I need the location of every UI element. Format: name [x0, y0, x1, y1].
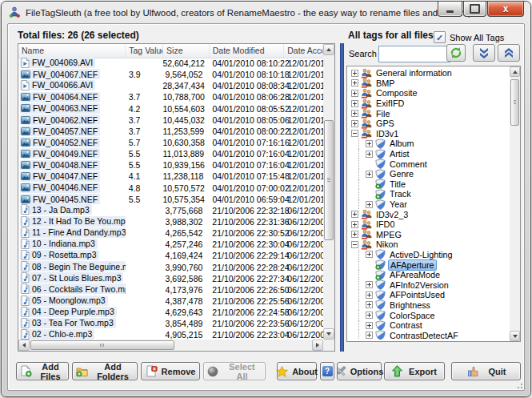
tree-item-genre[interactable]: Genre	[348, 169, 509, 179]
expander-plus-icon[interactable]	[366, 312, 373, 319]
table-row[interactable]: 11 - Fine And Dandy.mp34,265,54221/10/20…	[18, 227, 323, 239]
tree-item-exififd[interactable]: ExifIFD	[348, 98, 509, 109]
table-row[interactable]: FW_004047.NEF4.111,238,11804/01/2010 07:…	[18, 171, 323, 182]
tree-item-bmp[interactable]: BMP	[348, 78, 509, 89]
tree-scroll-down-button[interactable]	[510, 331, 520, 341]
tree-item-year[interactable]: Year	[348, 199, 509, 210]
expander-plus-icon[interactable]	[366, 281, 373, 288]
table-row[interactable]: FW_004066.AVI28,347,43404/01/2010 08:08:…	[18, 80, 323, 91]
table-row[interactable]: 08 - Begin The Beguine.mp33,990,76021/10…	[18, 262, 323, 273]
tree-item-contrast[interactable]: Contrast	[348, 320, 509, 331]
table-row[interactable]: FW_004067.NEF3.99,564,05204/01/2010 08:1…	[18, 69, 323, 80]
minimize-button[interactable]	[438, 2, 462, 17]
search-input[interactable]	[378, 46, 450, 62]
tree-vscroll-thumb[interactable]	[510, 79, 519, 126]
add-folders-button[interactable]: Add Folders	[72, 362, 138, 380]
about-button[interactable]: About	[277, 362, 317, 380]
expand-all-button[interactable]	[473, 44, 495, 62]
tree-item-title[interactable]: Title	[348, 179, 509, 190]
table-row[interactable]: 10 - Indiana.mp34,257,24621/10/2006 22:3…	[18, 239, 323, 250]
table-row[interactable]: 06 - Cocktails For Two.mp34,173,97621/10…	[18, 284, 323, 295]
table-row[interactable]: 12 - It Had To Be You.mp33,988,30221/10/…	[18, 216, 323, 227]
tree-item-ifd0[interactable]: IFD0	[348, 219, 509, 230]
remove-button[interactable]: Remove	[141, 362, 200, 380]
table-row[interactable]: FW_004049.NEF5.511,013,88904/01/2010 07:…	[18, 148, 323, 159]
expander-plus-icon[interactable]	[351, 231, 358, 238]
table-row[interactable]: FW_004046.NEF4.810,570,57204/01/2010 07:…	[18, 183, 323, 194]
expander-plus-icon[interactable]	[351, 100, 358, 107]
tree-item-comment[interactable]: Comment	[348, 159, 509, 169]
expander-plus-icon[interactable]	[351, 211, 358, 218]
expander-plus-icon[interactable]	[366, 251, 373, 258]
expander-plus-icon[interactable]	[366, 291, 373, 299]
table-row[interactable]: 02 - Chlo-e.mp34,905,21521/10/2006 22:23…	[18, 329, 323, 340]
select-all-button[interactable]: Select All	[203, 362, 266, 380]
export-button[interactable]: Export	[384, 362, 445, 380]
maximize-button[interactable]	[463, 2, 486, 17]
options-button[interactable]: Options	[337, 362, 382, 380]
tree-item-afareamode[interactable]: AFAreaMode	[348, 270, 509, 280]
help-button[interactable]: ?	[320, 362, 334, 380]
column-header-tag-value[interactable]: Tag Value	[126, 44, 163, 58]
table-row[interactable]: FW_004045.NEF5.510,575,35404/01/2010 06:…	[18, 194, 323, 205]
tree-scroll-up-button[interactable]	[510, 66, 520, 77]
table-row[interactable]: FW_004064.NEF3.710,788,70004/01/2010 08:…	[18, 91, 323, 103]
column-header-date-access[interactable]: Date Access	[284, 44, 323, 58]
tree-item-artist[interactable]: Artist	[348, 149, 509, 159]
scroll-up-button[interactable]	[323, 44, 334, 55]
expander-plus-icon[interactable]	[366, 301, 373, 308]
table-row[interactable]: FW_004048.NEF5.510,939,15604/01/2010 07:…	[18, 159, 323, 171]
table-row[interactable]: 09 - Rosetta.mp34,169,42421/10/2006 22:2…	[18, 250, 323, 261]
tree-item-nikon[interactable]: Nikon	[348, 239, 509, 250]
expander-plus-icon[interactable]	[351, 120, 358, 127]
add-files-button[interactable]: Add Files	[16, 362, 69, 380]
resize-grip[interactable]	[514, 380, 522, 388]
expander-plus-icon[interactable]	[366, 151, 373, 158]
tree-item-brightness[interactable]: Brightness	[348, 300, 509, 311]
column-header-name[interactable]: Name	[18, 44, 126, 58]
scroll-left-button[interactable]	[18, 340, 30, 351]
tree-item-contrastdetectaf[interactable]: ContrastDetectAF	[348, 330, 509, 340]
tree-item-afpointsused[interactable]: AFPointsUsed	[348, 290, 509, 300]
tree-item-album[interactable]: Album	[348, 139, 509, 149]
table-row[interactable]: FW_004062.NEF3.710,445,03204/01/2010 08:…	[18, 115, 323, 126]
tree-item-general-information[interactable]: General information	[348, 68, 509, 78]
tree-item-track[interactable]: Track	[348, 189, 509, 199]
collapse-all-button[interactable]	[498, 44, 520, 62]
expander-plus-icon[interactable]	[351, 221, 358, 228]
table-row[interactable]: 07 - St Louis Blues.mp33,692,58621/10/20…	[18, 273, 323, 284]
expander-plus-icon[interactable]	[366, 322, 373, 329]
scroll-down-button[interactable]	[323, 328, 334, 340]
table-row[interactable]: 03 - Tea For Two.mp33,854,48921/10/2006 …	[18, 318, 323, 329]
tree-item-composite[interactable]: Composite	[348, 88, 509, 98]
expander-plus-icon[interactable]	[366, 332, 373, 339]
expander-plus-icon[interactable]	[366, 201, 373, 208]
tree-item-gps[interactable]: GPS	[348, 119, 509, 129]
expander-plus-icon[interactable]	[351, 70, 358, 77]
table-row[interactable]: 05 - Moonglow.mp34,387,47821/10/2006 22:…	[18, 295, 323, 307]
table-row[interactable]: 04 - Deep Purple.mp34,629,64321/10/2006 …	[18, 307, 323, 318]
tree-item-id3v2-3[interactable]: ID3v2_3	[348, 209, 509, 219]
tree-item-file[interactable]: File	[348, 108, 509, 119]
tree-item-afaperture[interactable]: AFAperture	[348, 259, 509, 270]
table-row[interactable]: FW_004063.NEF4.210,554,60304/01/2010 08:…	[18, 103, 323, 115]
expander-plus-icon[interactable]	[366, 140, 373, 147]
hscroll-thumb[interactable]	[30, 340, 174, 350]
vscroll-thumb[interactable]	[324, 120, 334, 240]
close-button[interactable]: x	[487, 2, 524, 17]
refresh-button[interactable]	[446, 44, 466, 62]
title-bar[interactable]: FileTagSleuth (a free tool by Ulfwood, c…	[2, 2, 530, 23]
expander-minus-icon[interactable]	[351, 241, 358, 248]
expander-plus-icon[interactable]	[351, 90, 358, 97]
table-row[interactable]: FW_004069.AVI52,604,21204/01/2010 08:10:…	[18, 58, 323, 69]
splitter[interactable]	[340, 43, 344, 352]
tree-item-id3v1[interactable]: ID3v1	[348, 129, 509, 139]
table-row[interactable]: 13 - Ja Da.mp33,775,66821/10/2006 22:32:…	[18, 205, 323, 216]
quit-button[interactable]: Quit	[451, 362, 521, 380]
scroll-right-button[interactable]	[312, 340, 323, 351]
expander-plus-icon[interactable]	[366, 171, 373, 178]
expander-minus-icon[interactable]	[351, 130, 358, 137]
table-row[interactable]: FW_004052.NEF5.710,630,35804/01/2010 07:…	[18, 137, 323, 148]
table-row[interactable]: FW_004057.NEF3.711,253,59904/01/2010 08:…	[18, 126, 323, 137]
expander-plus-icon[interactable]	[351, 110, 358, 117]
